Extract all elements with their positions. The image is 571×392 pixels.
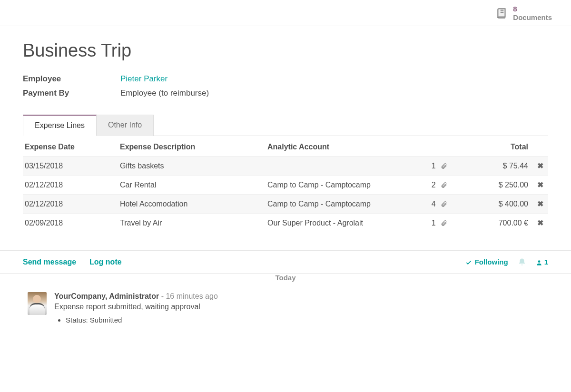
message-status-line: Status: Submitted: [66, 316, 548, 324]
col-attachments: [416, 136, 449, 157]
cell-description: Hotel Accomodation: [118, 195, 266, 214]
svg-point-2: [538, 260, 540, 263]
book-icon: [496, 7, 508, 20]
employee-label: Employee: [23, 74, 120, 84]
followers-button[interactable]: 1: [536, 258, 548, 266]
col-total[interactable]: Total: [449, 136, 530, 157]
tab-expense-lines[interactable]: Expense Lines: [23, 115, 97, 136]
col-analytic[interactable]: Analytic Account: [266, 136, 416, 157]
followers-count: 1: [544, 258, 548, 266]
table-row[interactable]: 02/12/2018 Hotel Accomodation Camp to Ca…: [23, 195, 548, 214]
table-row[interactable]: 02/09/2018 Travel by Air Our Super Produ…: [23, 214, 548, 233]
payment-by-value: Employee (to reimburse): [120, 88, 209, 98]
cell-date: 02/12/2018: [23, 176, 118, 195]
documents-label: Documents: [513, 13, 552, 22]
message-body: Expense report submitted, waiting approv…: [54, 303, 548, 311]
cell-total: 700.00 €: [449, 214, 530, 233]
cell-attachments: 1: [416, 214, 449, 233]
cell-total: $ 75.44: [449, 157, 530, 176]
col-description[interactable]: Expense Description: [118, 136, 266, 157]
col-actions: [530, 136, 548, 157]
chatter-message: YourCompany, Administrator - 16 minutes …: [0, 284, 571, 331]
table-row[interactable]: 03/15/2018 Gifts baskets 1 $ 75.44 ✖: [23, 157, 548, 176]
log-note-button[interactable]: Log note: [89, 258, 122, 266]
table-row[interactable]: 02/12/2018 Car Rental Camp to Camp - Cam…: [23, 176, 548, 195]
main-content: Business Trip Employee Pieter Parker Pay…: [0, 26, 571, 232]
cell-attachments: 1: [416, 157, 449, 176]
paperclip-icon[interactable]: [441, 200, 447, 208]
payment-by-label: Payment By: [23, 88, 120, 98]
chatter-bar: Send message Log note Following 1: [0, 250, 571, 274]
tab-other-info[interactable]: Other Info: [97, 115, 154, 136]
delete-icon[interactable]: ✖: [534, 181, 546, 189]
date-separator-label: Today: [268, 274, 302, 282]
documents-button[interactable]: 8 Documents: [496, 5, 552, 22]
documents-count: 8: [513, 5, 552, 13]
top-bar: 8 Documents: [0, 0, 571, 26]
check-icon: [465, 258, 472, 266]
cell-analytic: [266, 157, 416, 176]
cell-analytic: Camp to Camp - Camptocamp: [266, 195, 416, 214]
delete-icon[interactable]: ✖: [534, 162, 546, 170]
avatar[interactable]: [28, 292, 47, 315]
cell-description: Car Rental: [118, 176, 266, 195]
message-time: - 16 minutes ago: [161, 292, 218, 300]
cell-description: Gifts baskets: [118, 157, 266, 176]
paperclip-icon[interactable]: [441, 162, 447, 170]
employee-value[interactable]: Pieter Parker: [120, 74, 167, 84]
cell-date: 03/15/2018: [23, 157, 118, 176]
send-message-button[interactable]: Send message: [23, 258, 76, 266]
date-separator: Today: [23, 274, 548, 284]
paperclip-icon[interactable]: [441, 219, 447, 227]
page-title: Business Trip: [23, 40, 548, 61]
cell-analytic: Camp to Camp - Camptocamp: [266, 176, 416, 195]
expense-table: Expense Date Expense Description Analyti…: [23, 136, 548, 232]
person-icon: [536, 258, 542, 266]
cell-date: 02/09/2018: [23, 214, 118, 233]
delete-icon[interactable]: ✖: [534, 200, 546, 208]
message-author[interactable]: YourCompany, Administrator: [54, 292, 159, 300]
cell-total: $ 250.00: [449, 176, 530, 195]
cell-analytic: Our Super Product - Agrolait: [266, 214, 416, 233]
cell-date: 02/12/2018: [23, 195, 118, 214]
following-label: Following: [475, 258, 508, 266]
employee-field: Employee Pieter Parker: [23, 74, 548, 84]
delete-icon[interactable]: ✖: [534, 219, 546, 227]
cell-attachments: 2: [416, 176, 449, 195]
cell-total: $ 400.00: [449, 195, 530, 214]
tab-bar: Expense Lines Other Info: [23, 114, 548, 136]
cell-description: Travel by Air: [118, 214, 266, 233]
cell-attachments: 4: [416, 195, 449, 214]
paperclip-icon[interactable]: [441, 181, 447, 189]
following-button[interactable]: Following: [465, 258, 508, 266]
bell-icon[interactable]: [518, 257, 526, 266]
col-date[interactable]: Expense Date: [23, 136, 118, 157]
payment-by-field: Payment By Employee (to reimburse): [23, 88, 548, 98]
